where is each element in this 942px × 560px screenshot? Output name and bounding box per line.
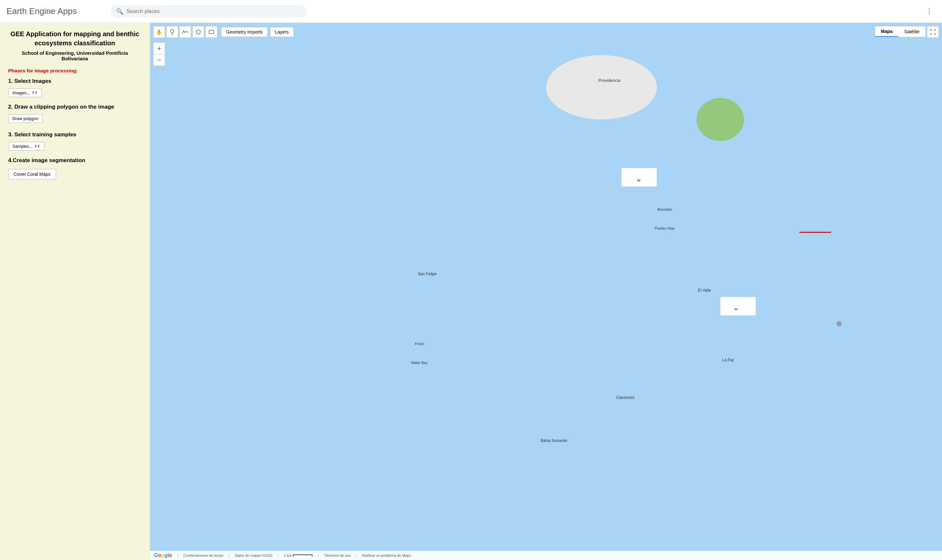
svg-text:Bahia Suroeste: Bahia Suroeste <box>540 438 567 443</box>
map-toolbar: ✋ Geometry Imports Layers <box>153 26 294 38</box>
zoom-in-button[interactable]: + <box>153 42 165 54</box>
samples-button-label: Samples... <box>12 144 32 149</box>
separator-2: | <box>229 554 229 557</box>
images-button-label: Images... <box>12 90 30 95</box>
map-type-mapa-button[interactable]: Mapa <box>875 26 899 37</box>
svg-rect-7 <box>621 168 657 187</box>
search-icon: 🔍 <box>116 8 123 15</box>
terms-link[interactable]: Términos de uso <box>324 554 351 557</box>
separator-3: | <box>278 554 279 557</box>
svg-point-5 <box>546 55 657 120</box>
report-link[interactable]: Notificar un problema de Maps <box>362 554 411 557</box>
svg-text:Fresh: Fresh <box>414 342 424 346</box>
scale-label: 1 km <box>284 554 292 557</box>
step-4-section: 4.Create image segmentation Cover Coral … <box>8 157 142 182</box>
step-2-section: 2. Draw a clipping polygon on the image … <box>8 104 142 125</box>
map-svg[interactable]: 03 03 Providencia Mountain Pueblo Viejo … <box>150 23 942 560</box>
map-bottom-bar: Google | Combinaciones de teclas | Datos… <box>150 551 942 560</box>
svg-text:Claremont: Claremont <box>616 395 634 400</box>
separator-4: | <box>318 554 319 557</box>
step-3-title: 3. Select training samples <box>8 131 142 138</box>
search-bar[interactable]: 🔍 <box>111 5 306 18</box>
fullscreen-button[interactable] <box>927 26 939 38</box>
sidebar-title: GEE Application for mapping and benthic … <box>8 29 142 48</box>
samples-dropdown-arrow-icon: ⬆⬇ <box>34 144 40 148</box>
step-4-title: 4.Create image segmentation <box>8 157 142 164</box>
svg-text:El Valle: El Valle <box>698 288 711 292</box>
separator-5: | <box>356 554 357 557</box>
svg-rect-4 <box>150 23 942 560</box>
svg-text:Pueblo Viejo: Pueblo Viejo <box>655 226 675 230</box>
keyboard-shortcuts-link[interactable]: Combinaciones de teclas <box>183 554 223 557</box>
svg-point-6 <box>696 98 744 141</box>
geometry-imports-button[interactable]: Geometry Imports <box>221 27 268 37</box>
svg-point-12 <box>836 321 842 326</box>
app-header: Earth Engine Apps 🔍 ⋮ <box>0 0 942 23</box>
images-dropdown-button[interactable]: Images... ⬆⬇ <box>8 88 42 97</box>
svg-text:La Paz: La Paz <box>722 358 734 362</box>
point-tool-button[interactable] <box>166 26 178 38</box>
map-data-label: Datos de mapas ©2022 <box>235 554 273 557</box>
layers-button[interactable]: Layers <box>270 27 294 37</box>
step-1-title: 1. Select Images <box>8 78 142 85</box>
zoom-controls: + − <box>153 42 165 66</box>
more-options-button[interactable]: ⋮ <box>923 5 936 18</box>
step-1-section: 1. Select Images Images... ⬆⬇ <box>8 78 142 97</box>
svg-text:Mountain: Mountain <box>657 208 672 211</box>
hand-tool-button[interactable]: ✋ <box>153 26 165 38</box>
main-content: GEE Application for mapping and benthic … <box>0 23 942 560</box>
polygon-tool-button[interactable] <box>192 26 204 38</box>
step-2-title: 2. Draw a clipping polygon on the image <box>8 104 142 110</box>
phases-label: Phases for image processing: <box>8 68 142 73</box>
svg-text:Water Bay: Water Bay <box>411 361 428 365</box>
draw-polygon-button[interactable]: Draw polygon <box>8 114 43 123</box>
map-type-satelite-button[interactable]: Satélite <box>898 26 925 37</box>
sidebar: GEE Application for mapping and benthic … <box>0 23 150 560</box>
separator-1: | <box>177 554 178 557</box>
scale-bar: 1 km <box>284 554 312 557</box>
svg-text:Providencia: Providencia <box>598 78 621 83</box>
line-tool-button[interactable] <box>179 26 191 38</box>
svg-point-0 <box>171 29 174 32</box>
dropdown-arrow-icon: ⬆⬇ <box>32 91 37 95</box>
svg-text:San Felipe: San Felipe <box>418 272 437 276</box>
svg-text:03: 03 <box>734 308 738 311</box>
google-logo: Google <box>154 552 172 558</box>
step-3-section: 3. Select training samples Samples... ⬆⬇ <box>8 131 142 151</box>
app-title: Earth Engine Apps <box>6 6 105 16</box>
search-input[interactable] <box>126 8 302 14</box>
map-container: ✋ Geometry Imports Layers Mapa Satélite <box>150 23 942 560</box>
svg-rect-9 <box>720 297 756 316</box>
samples-dropdown-button[interactable]: Samples... ⬆⬇ <box>8 142 45 151</box>
svg-marker-2 <box>196 30 201 34</box>
cover-coral-maps-button[interactable]: Cover Coral Maps <box>8 169 56 179</box>
rect-tool-button[interactable] <box>205 26 217 38</box>
scale-line <box>293 554 312 556</box>
sidebar-subtitle: School of Engineering, Universidad Ponti… <box>8 50 142 61</box>
svg-rect-3 <box>209 30 214 34</box>
map-type-toggle: Mapa Satélite <box>875 26 926 37</box>
zoom-out-button[interactable]: − <box>153 54 165 66</box>
svg-text:03: 03 <box>637 179 640 182</box>
